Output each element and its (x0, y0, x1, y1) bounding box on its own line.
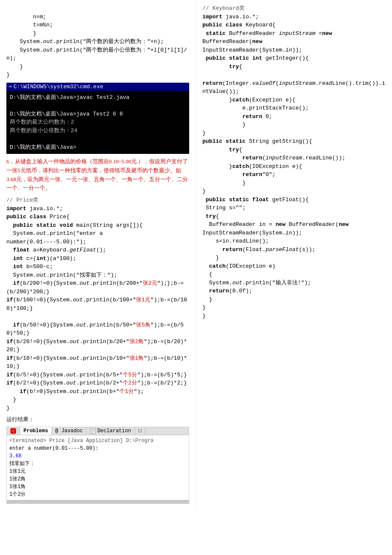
cmd-line-3: D:\我的文档\桌面\Java>java Test2 6 8 (10, 110, 186, 119)
cmd-icon: ⌨ (9, 84, 12, 90)
output-line-3: 找零如下： (9, 460, 186, 468)
cmd-line-1: D:\我的文档\桌面\Java>javac Test2.java (10, 93, 186, 102)
tab-problems[interactable]: Problems (20, 427, 52, 435)
output-input-value: 3.68 (9, 452, 186, 460)
top-code-block: n=m; t=m%n; } System.out.println("两个数的最大… (6, 4, 189, 79)
problems-tab-icon: ! (7, 427, 20, 435)
output-line-7: 1个2分 (9, 491, 186, 498)
terminated-line: <terminated> Price [Java Application] D:… (9, 437, 186, 445)
cmd-title-bar: ⌨ C:\WINDOWS\system32\cmd.exe (6, 83, 189, 91)
cmd-body: D:\我的文档\桌面\Java>javac Test2.java D:\我的文档… (6, 91, 189, 154)
output-line-5: 1张2角 (9, 475, 186, 483)
cmd-window: ⌨ C:\WINDOWS\system32\cmd.exe D:\我的文档\桌面… (6, 83, 189, 154)
keyboard-code-block: // Keyboard类 import java.io.*; public cl… (202, 4, 386, 320)
svg-text:!: ! (12, 429, 14, 434)
run-result-label: 运行结果： (6, 416, 189, 423)
cmd-line-6 (10, 135, 186, 143)
problems-tabs: ! Problems @ Javadoc Declaration □ (7, 427, 189, 435)
problem-description: 6．从键盘上输入一件物品的价格（范围在0.10~5.00元.），假设用户支付了一… (6, 157, 189, 193)
declaration-icon (90, 428, 96, 434)
right-column: // Keyboard类 import java.io.*; public cl… (196, 0, 392, 508)
tab-javadoc[interactable]: @ Javadoc (52, 427, 87, 435)
cmd-line-7: D:\我的文档\桌面\Java> (10, 143, 186, 152)
output-line-6: 1张1角 (9, 483, 186, 491)
cmd-line-5: 两个数的最小公倍数为：24 (10, 127, 186, 135)
problems-bar: ! Problems @ Javadoc Declaration □ (6, 427, 189, 504)
problems-scrollbar[interactable] (7, 500, 189, 503)
tab-declaration[interactable]: Declaration (86, 427, 135, 435)
cmd-line-2 (10, 101, 186, 110)
cmd-line-4: 两个数的最大公约数为：2 (10, 118, 186, 127)
problems-icon: ! (10, 428, 16, 434)
price-code-block: // Price类 import java.io.*; public class… (6, 196, 189, 412)
tab-extra[interactable]: □ (135, 427, 145, 435)
cmd-title-text: C:\WINDOWS\system32\cmd.exe (14, 84, 104, 90)
left-column: n=m; t=m%n; } System.out.println("两个数的最大… (0, 0, 196, 508)
output-line-4: 1张1元 (9, 468, 186, 475)
problems-output: <terminated> Price [Java Application] D:… (7, 435, 189, 500)
output-line-1: enter a number(0.01----5.00): (9, 445, 186, 452)
